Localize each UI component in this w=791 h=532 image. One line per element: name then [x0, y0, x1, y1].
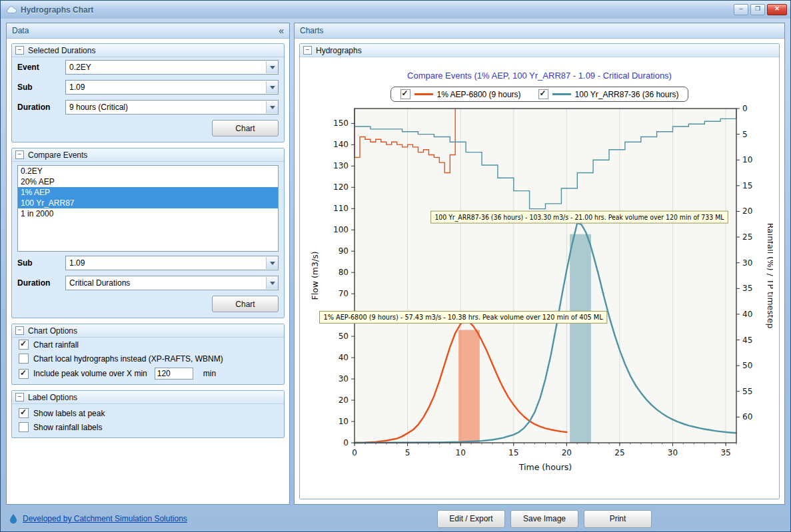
list-item-1-in-2000[interactable]: 1 in 2000	[18, 208, 278, 219]
compare-events-list[interactable]: 0.2EY20% AEP1% AEP100 Yr_ARR871 in 2000	[17, 165, 279, 252]
compare-events-group: − Compare Events 0.2EY20% AEP1% AEP100 Y…	[11, 148, 285, 318]
svg-text:70: 70	[338, 289, 348, 298]
minimize-button[interactable]: –	[734, 4, 748, 15]
svg-text:10: 10	[742, 155, 752, 164]
duration-dropdown[interactable]: 9 hours (Critical)	[65, 100, 279, 115]
save-image-button[interactable]: Save Image	[510, 510, 578, 528]
sub-value: 1.09	[69, 83, 266, 92]
data-panel-title: Data	[12, 26, 29, 35]
svg-text:50: 50	[338, 332, 348, 341]
chart-rainfall-checkbox[interactable]	[19, 340, 29, 350]
svg-text:5: 5	[742, 130, 748, 139]
selected-durations-group: − Selected Durations Event 0.2EY Sub 1	[11, 43, 285, 142]
close-button[interactable]: ✕	[767, 4, 787, 15]
svg-text:55: 55	[742, 387, 752, 396]
svg-text:25: 25	[614, 448, 624, 457]
selected-durations-header[interactable]: − Selected Durations	[12, 44, 284, 57]
event-label: Event	[17, 63, 65, 72]
peak-annotation-text: 1% AEP-6800 (9 hours) - 57.43 m3/s - 10.…	[323, 313, 602, 321]
svg-text:130: 130	[333, 161, 349, 170]
compare-sub-dropdown[interactable]: 1.09	[65, 256, 279, 270]
compare-sub-value: 1.09	[69, 258, 266, 268]
svg-text:45: 45	[742, 336, 752, 345]
show-rainfall-checkbox[interactable]	[19, 422, 29, 432]
legend-item[interactable]: 100 Yr_ARR87-36 (36 hours)	[538, 89, 679, 99]
app-logo-icon	[6, 5, 17, 15]
collapse-group-icon[interactable]: −	[303, 46, 312, 55]
app-window: Hydrographs Chart – ❐ ✕ Data « − Selecte…	[0, 0, 791, 532]
hydrographs-header[interactable]: − Hydrographs	[300, 44, 779, 57]
collapse-group-icon[interactable]: −	[15, 46, 24, 55]
chevron-down-icon[interactable]	[266, 277, 278, 289]
collapse-group-icon[interactable]: −	[15, 150, 24, 159]
title-bar[interactable]: Hydrographs Chart – ❐ ✕	[1, 1, 790, 19]
chart-button-compare-events[interactable]: Chart	[212, 296, 279, 312]
svg-text:15: 15	[508, 448, 518, 457]
left-axis-title: Flow (m3/s)	[310, 251, 320, 300]
print-button[interactable]: Print	[584, 510, 652, 528]
peak-volume-band	[570, 234, 591, 443]
hydrograph-chart[interactable]: 0510152025303501020304050607080901001101…	[307, 102, 773, 485]
compare-events-header[interactable]: − Compare Events	[12, 148, 284, 162]
show-labels-label: Show labels at peak	[33, 409, 105, 418]
legend-series-swatch	[414, 93, 433, 95]
label-options-header[interactable]: − Label Options	[12, 391, 284, 404]
svg-text:100: 100	[333, 225, 349, 234]
show-labels-checkbox[interactable]	[19, 408, 29, 418]
list-item-100-yr_arr87[interactable]: 100 Yr_ARR87	[18, 198, 278, 208]
collapse-group-icon[interactable]: −	[15, 393, 24, 401]
selected-durations-title: Selected Durations	[28, 46, 95, 55]
duration-value: 9 hours (Critical)	[69, 103, 266, 112]
water-drop-icon	[9, 513, 18, 524]
chart-options-header[interactable]: − Chart Options	[12, 324, 284, 338]
list-item-1-aep[interactable]: 1% AEP	[18, 187, 278, 198]
right-axis-title: Rainfall (%) / TP timestep	[766, 223, 773, 329]
credit-link[interactable]: Developed by Catchment Simulation Soluti…	[9, 513, 187, 524]
svg-text:90: 90	[338, 246, 348, 256]
label-options-group: − Label Options Show labels at peak Show…	[11, 390, 285, 438]
maximize-button[interactable]: ❐	[750, 4, 765, 15]
chevron-down-icon[interactable]	[266, 61, 278, 73]
legend-checkbox[interactable]	[538, 89, 548, 99]
svg-text:110: 110	[333, 204, 349, 213]
chart-title: Compare Events (1% AEP, 100 Yr_ARR87 - 1…	[407, 71, 672, 81]
sub-dropdown[interactable]: 1.09	[65, 80, 279, 95]
svg-text:0: 0	[742, 104, 748, 113]
svg-text:60: 60	[742, 412, 752, 421]
list-item-20-aep[interactable]: 20% AEP	[18, 176, 278, 187]
hydrographs-title: Hydrographs	[316, 46, 362, 55]
list-item-0-2ey[interactable]: 0.2EY	[18, 166, 278, 176]
svg-text:20: 20	[338, 396, 348, 405]
credit-link-text: Developed by Catchment Simulation Soluti…	[23, 514, 187, 523]
duration-label: Duration	[17, 103, 65, 112]
charts-panel: Charts − Hydrographs Compare Events (1% …	[294, 23, 785, 505]
collapse-group-icon[interactable]: −	[15, 326, 24, 335]
window-title: Hydrographs Chart	[21, 5, 93, 15]
edit-export-button[interactable]: Edit / Export	[437, 510, 505, 528]
svg-text:35: 35	[742, 284, 752, 293]
svg-text:30: 30	[338, 374, 348, 384]
chart-local-checkbox[interactable]	[19, 354, 29, 364]
svg-text:20: 20	[561, 448, 571, 457]
collapse-panel-icon[interactable]: «	[279, 26, 284, 35]
chart-options-title: Chart Options	[28, 326, 77, 336]
chevron-down-icon[interactable]	[266, 101, 278, 113]
svg-text:10: 10	[338, 417, 348, 426]
chevron-down-icon[interactable]	[266, 81, 278, 93]
sub-label: Sub	[17, 258, 65, 268]
svg-text:0: 0	[343, 438, 349, 447]
peak-volume-checkbox[interactable]	[19, 369, 29, 379]
data-panel-header: Data «	[7, 23, 289, 39]
label-options-title: Label Options	[28, 393, 77, 402]
legend-checkbox[interactable]	[400, 89, 410, 99]
svg-text:10: 10	[455, 448, 465, 457]
event-dropdown[interactable]: 0.2EY	[65, 60, 279, 75]
peak-volume-input[interactable]	[155, 368, 193, 380]
sub-label: Sub	[17, 83, 65, 92]
compare-duration-dropdown[interactable]: Critical Durations	[65, 276, 279, 290]
charts-panel-title: Charts	[300, 26, 323, 35]
legend-item[interactable]: 1% AEP-6800 (9 hours)	[400, 89, 521, 99]
charts-panel-header: Charts	[295, 23, 784, 39]
chevron-down-icon[interactable]	[266, 257, 278, 269]
chart-button-selected-durations[interactable]: Chart	[212, 120, 279, 136]
